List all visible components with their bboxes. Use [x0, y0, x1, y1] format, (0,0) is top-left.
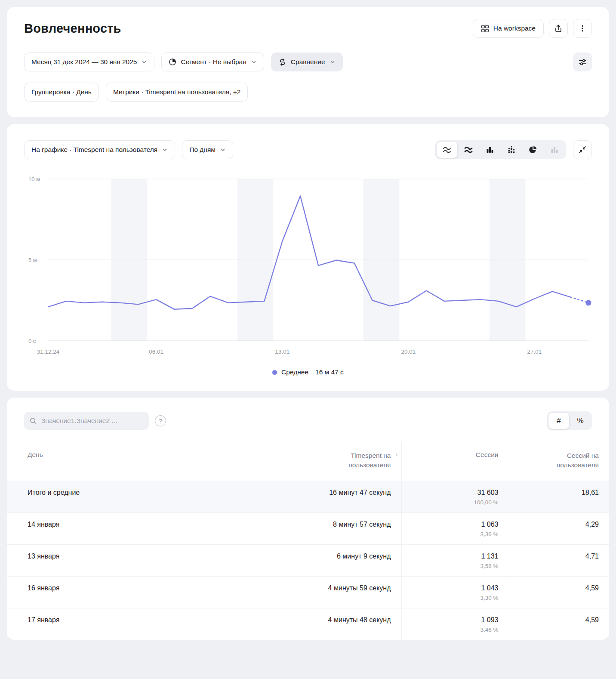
- pie-chart-type-button[interactable]: [523, 142, 543, 158]
- legend-value: 16 м 47 с: [315, 368, 344, 376]
- chevron-down-icon: [141, 59, 147, 65]
- period-filter-label: Месяц 31 дек 2024 — 30 янв 2025: [31, 58, 137, 66]
- column-header-sessions-per-user[interactable]: Сессий на пользователя: [509, 441, 609, 481]
- kebab-menu-icon: [579, 25, 586, 32]
- granularity-selector[interactable]: По дням: [182, 140, 233, 159]
- table-body: Итого и средние 16 минут 47 секунд 31 60…: [7, 481, 609, 640]
- svg-text:20.01: 20.01: [401, 349, 416, 355]
- chart-metric-selector[interactable]: На графике · Timespent на пользователя: [24, 140, 175, 159]
- cell-sessions: 1 063 3,36 %: [401, 512, 509, 544]
- header-card: Вовлеченность На workspace: [7, 7, 609, 117]
- cell-sessions: 1 093 3,46 %: [401, 608, 509, 640]
- cell-timespent: 16 минут 47 секунд: [294, 481, 401, 512]
- cell-day: 14 января: [7, 512, 294, 544]
- chart-legend-average[interactable]: Среднее 16 м 47 с: [24, 368, 592, 376]
- cell-day: 13 января: [7, 544, 294, 576]
- cell-day: 17 января: [7, 608, 294, 640]
- filters-row-1: Месяц 31 дек 2024 — 30 янв 2025 Сегмент …: [24, 52, 592, 71]
- metrics-filter-chip[interactable]: Метрики · Timespent на пользователя, +2: [106, 83, 248, 102]
- percent-toggle-button[interactable]: %: [570, 413, 591, 429]
- cell-sessions-per-user: 18,61: [509, 481, 609, 512]
- line-chart-type-button[interactable]: [437, 142, 457, 158]
- header-row: Вовлеченность На workspace: [24, 19, 592, 38]
- cell-day: 16 января: [7, 576, 294, 608]
- cell-sessions: 1 043 3,30 %: [401, 576, 509, 608]
- table-card: ? # % День Timespent на пользователя ↓ С…: [7, 398, 609, 640]
- column-header-sessions[interactable]: Сессии: [401, 441, 509, 481]
- chart-card: На графике · Timespent на пользователя П…: [7, 124, 609, 391]
- column-header-timespent[interactable]: Timespent на пользователя ↓: [294, 441, 401, 481]
- unit-toggle: # %: [547, 411, 592, 430]
- segment-filter-chip[interactable]: Сегмент · Не выбран: [161, 52, 264, 71]
- table-row[interactable]: 17 января 4 минуты 48 секунд 1 093 3,46 …: [7, 608, 609, 640]
- collapse-chart-button[interactable]: [573, 140, 592, 159]
- table-header-row: День Timespent на пользователя ↓ Сессии …: [7, 441, 609, 481]
- chevron-down-icon: [162, 147, 168, 153]
- cell-sessions-per-user: 4,71: [509, 544, 609, 576]
- metrics-filter-label: Метрики · Timespent на пользователя, +2: [113, 88, 241, 96]
- cell-timespent: 6 минут 9 секунд: [294, 544, 401, 576]
- chart-controls: На графике · Timespent на пользователя П…: [24, 140, 592, 159]
- svg-text:5 м: 5 м: [28, 257, 37, 263]
- table-row[interactable]: 14 января 8 минут 57 секунд 1 063 3,36 %…: [7, 512, 609, 544]
- cell-day: Итого и средние: [7, 481, 294, 512]
- share-icon: [554, 24, 563, 33]
- cell-sessions-per-user: 4,59: [509, 608, 609, 640]
- chart-metric-label: На графике · Timespent на пользователя: [31, 146, 157, 154]
- table-row[interactable]: 16 января 4 минуты 59 секунд 1 043 3,30 …: [7, 576, 609, 608]
- filters-row-2: Группировка · День Метрики · Timespent н…: [24, 83, 592, 102]
- report-settings-button[interactable]: [573, 52, 592, 71]
- cell-sessions-per-user: 4,59: [509, 576, 609, 608]
- chevron-down-icon: [251, 59, 257, 65]
- comparison-icon: [278, 58, 286, 66]
- workspace-button-label: На workspace: [493, 25, 536, 32]
- legend-dot: [272, 370, 277, 375]
- chevron-down-icon: [330, 59, 336, 65]
- cell-timespent: 4 минуты 48 секунд: [294, 608, 401, 640]
- chart-svg: 10 м5 м0 с31.12.2406.0113.0120.0127.01: [24, 169, 592, 361]
- svg-text:13.01: 13.01: [275, 349, 290, 355]
- more-button[interactable]: [573, 19, 592, 38]
- granularity-label: По дням: [189, 146, 216, 154]
- numbers-toggle-button[interactable]: #: [548, 413, 569, 429]
- table-row[interactable]: 13 января 6 минут 9 секунд 1 131 3,58 % …: [7, 544, 609, 576]
- column-header-day[interactable]: День: [7, 441, 294, 481]
- svg-text:0 с: 0 с: [28, 338, 36, 344]
- cell-sessions-percent: 100,00 %: [412, 499, 499, 506]
- header-actions: На workspace: [473, 19, 592, 38]
- legend-label: Среднее: [281, 368, 308, 376]
- cell-timespent: 4 минуты 59 секунд: [294, 576, 401, 608]
- workspace-button[interactable]: На workspace: [473, 19, 544, 38]
- segment-filter-label: Сегмент · Не выбран: [181, 58, 246, 66]
- sort-arrow-icon: ↓: [395, 451, 398, 457]
- table-row[interactable]: Итого и средние 16 минут 47 секунд 31 60…: [7, 481, 609, 512]
- stacked-bar-chart-type-button[interactable]: [501, 142, 522, 158]
- help-icon[interactable]: ?: [155, 415, 166, 426]
- histogram-chart-type-button[interactable]: [544, 142, 565, 158]
- area-chart-icon: [464, 145, 473, 154]
- period-filter-chip[interactable]: Месяц 31 дек 2024 — 30 янв 2025: [24, 52, 154, 71]
- page-title: Вовлеченность: [24, 22, 121, 36]
- comparison-filter-label: Сравнение: [291, 58, 325, 66]
- cell-sessions-percent: 3,30 %: [412, 595, 499, 601]
- search-input[interactable]: [40, 417, 144, 425]
- svg-text:31.12.24: 31.12.24: [37, 349, 60, 355]
- cell-sessions-percent: 3,46 %: [412, 627, 499, 633]
- svg-text:06.01: 06.01: [149, 349, 163, 355]
- share-button[interactable]: [549, 19, 568, 38]
- histogram-icon: [550, 145, 559, 154]
- bar-chart-type-button[interactable]: [480, 142, 500, 158]
- comparison-filter-chip[interactable]: Сравнение: [271, 52, 343, 71]
- bar-chart-icon: [485, 145, 495, 154]
- timespent-line-chart[interactable]: 10 м5 м0 с31.12.2406.0113.0120.0127.01: [24, 169, 592, 361]
- cell-timespent: 8 минут 57 секунд: [294, 512, 401, 544]
- search-field[interactable]: [24, 412, 149, 430]
- search-icon: [29, 417, 37, 425]
- segment-pie-icon: [169, 58, 176, 66]
- cell-sessions: 1 131 3,58 %: [401, 544, 509, 576]
- grouping-filter-chip[interactable]: Группировка · День: [24, 83, 99, 102]
- workspace-icon: [481, 25, 489, 33]
- metrics-table: День Timespent на пользователя ↓ Сессии …: [7, 441, 609, 640]
- tune-sliders-icon: [578, 58, 587, 67]
- area-chart-type-button[interactable]: [458, 142, 479, 158]
